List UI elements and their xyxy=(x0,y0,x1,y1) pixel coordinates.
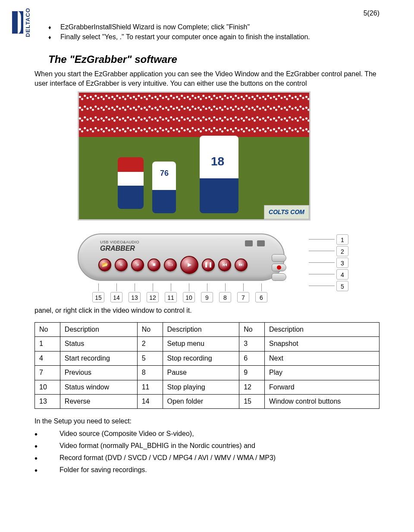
callout-number: 5 xyxy=(336,281,348,291)
col-header: No xyxy=(137,322,163,336)
section-intro: When you start the EzGrabber application… xyxy=(34,69,380,89)
snapshot-button[interactable] xyxy=(272,254,286,262)
setup-icon[interactable] xyxy=(257,240,265,246)
callout-number: 7 xyxy=(237,292,249,302)
brand-logo: DELTACO xyxy=(12,8,32,37)
callout-number: 9 xyxy=(201,292,213,302)
col-header: Description xyxy=(60,322,137,336)
banner-brand: COLTS COM xyxy=(269,208,304,215)
video-banner: COLTS COM xyxy=(264,205,309,219)
stop-button[interactable]: ■ xyxy=(147,258,160,271)
setup-intro: In the Setup you need to select: xyxy=(34,417,380,426)
brand-name: DELTACO xyxy=(24,8,32,37)
after-figure-text: panel, or right click in the video windo… xyxy=(34,306,380,315)
forward-button[interactable]: » xyxy=(131,258,144,271)
crowd-background xyxy=(79,93,309,137)
jersey-number: 76 xyxy=(160,168,169,179)
col-header: No xyxy=(239,322,265,336)
setup-item: Video source (Composite Video or S-video… xyxy=(34,428,380,440)
install-step: Finally select "Yes, ." To restart your … xyxy=(60,32,380,42)
table-header-row: No Description No Description No Descrip… xyxy=(35,322,380,336)
install-steps-list: EzGrabberInstallShield Wizard is now Com… xyxy=(60,22,380,42)
setup-list: Video source (Composite Video or S-video… xyxy=(34,428,380,476)
pause-button[interactable]: ❚❚ xyxy=(202,258,215,271)
side-callout-group: 1 2 3 4 5 xyxy=(309,234,348,291)
control-panel: USB VIDEO&AUDIO GRABBER 📂 « » ■ ▭ ▶ ❚❚ ⏮… xyxy=(78,233,285,281)
callout-number: 3 xyxy=(336,258,348,268)
callout-number: 4 xyxy=(336,269,348,280)
col-header: Description xyxy=(163,322,239,336)
status-icon[interactable] xyxy=(245,240,253,246)
callout-number: 8 xyxy=(219,292,231,302)
col-header: Description xyxy=(264,322,379,336)
table-row: 1Status2Setup menu3Snapshot xyxy=(35,337,380,351)
open-folder-button[interactable]: 📂 xyxy=(98,258,111,271)
jersey-number: 18 xyxy=(211,153,224,170)
page-number: 5(26) xyxy=(34,9,380,18)
callout-number: 11 xyxy=(165,292,177,302)
table-row: 13Reverse14Open folder15Window control b… xyxy=(35,394,380,408)
stop-record-button[interactable] xyxy=(272,273,286,281)
logo-mark-icon xyxy=(12,11,23,34)
bottom-callout-group: 15 14 13 12 11 10 9 8 7 6 xyxy=(92,283,267,302)
setup-item: Video format (normally PAL_BDHIG in the … xyxy=(34,440,380,452)
callout-number: 15 xyxy=(92,292,104,302)
table-row: 7Previous8Pause9Play xyxy=(35,366,380,380)
section-title: The "EzGrabber" software xyxy=(48,52,380,67)
video-preview: 76 18 COLTS COM xyxy=(78,91,310,221)
install-step: EzGrabberInstallShield Wizard is now Com… xyxy=(60,22,380,32)
player-illustration xyxy=(118,157,144,209)
table-row: 10Status window11Stop playing12Forward xyxy=(35,380,380,394)
callout-number: 6 xyxy=(255,292,267,302)
callout-number: 12 xyxy=(147,292,159,302)
callout-number: 14 xyxy=(110,292,122,302)
previous-button[interactable]: ⏮ xyxy=(218,258,231,271)
reverse-button[interactable]: « xyxy=(115,258,128,271)
callout-number: 10 xyxy=(183,292,195,302)
next-button[interactable]: ⏭ xyxy=(235,258,248,271)
play-button[interactable]: ▶ xyxy=(180,256,198,274)
setup-item: Record format (DVD / SVCD / VCD / MPG4 /… xyxy=(34,452,380,464)
player-illustration xyxy=(200,136,238,213)
figure: 76 18 COLTS COM USB VIDEO&AUDIO GRABBER … xyxy=(34,91,380,302)
callout-number: 2 xyxy=(336,246,348,256)
callout-number: 1 xyxy=(336,234,348,245)
table-row: 4Start recording5Stop recording6Next xyxy=(35,351,380,365)
description-table: No Description No Description No Descrip… xyxy=(34,322,380,409)
setup-item: Folder for saving recordings. xyxy=(34,464,380,476)
col-header: No xyxy=(35,322,60,336)
panel-brand-label: GRABBER xyxy=(100,244,135,253)
record-button[interactable] xyxy=(272,264,286,271)
status-window-button[interactable]: ▭ xyxy=(164,258,177,271)
callout-number: 13 xyxy=(129,292,141,302)
